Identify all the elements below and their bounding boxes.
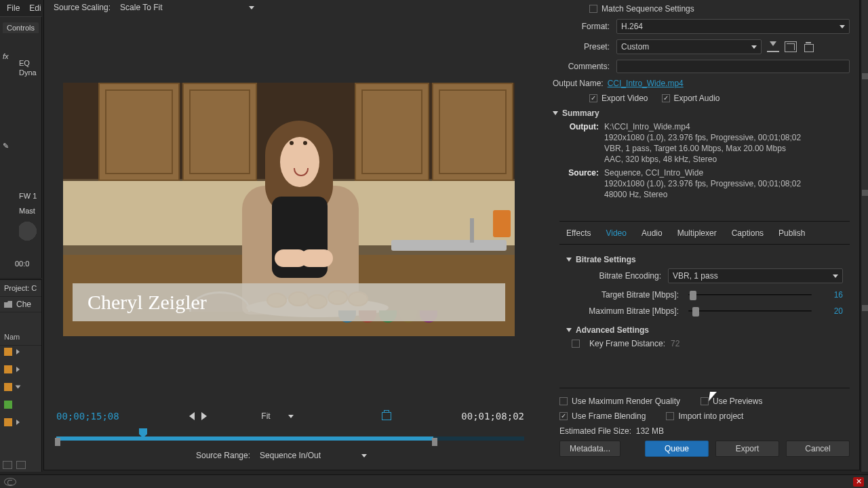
checkbox-match-sequence[interactable] xyxy=(589,5,597,13)
checkbox-export-audio[interactable] xyxy=(662,94,670,102)
panel-timecode: 00:0 xyxy=(15,260,29,268)
chevron-down-icon xyxy=(840,25,845,28)
crop-output-icon[interactable] xyxy=(382,412,391,420)
effect-dynamics[interactable]: Dyna xyxy=(19,68,37,77)
chevron-down-icon xyxy=(288,415,294,418)
menu-file[interactable]: File xyxy=(7,3,20,13)
checkbox-keyframe-distance[interactable] xyxy=(572,340,580,348)
source-range-dropdown[interactable]: Sequence In/Out xyxy=(256,450,371,461)
right-scrollbar[interactable] xyxy=(861,0,868,472)
project-panel: Project: C Che Nam xyxy=(0,279,42,472)
bin-row[interactable] xyxy=(0,399,41,411)
source-range-label: Source Range: xyxy=(196,451,250,460)
checkbox-use-previews[interactable] xyxy=(701,397,709,405)
format-dropdown[interactable]: H.264 xyxy=(616,19,850,34)
label-fw: FW 1 xyxy=(19,192,37,200)
lower-third: Cheryl Zeigler xyxy=(73,283,505,321)
column-name[interactable]: Nam xyxy=(0,329,41,346)
tab-effect-controls[interactable]: Controls xyxy=(3,22,39,33)
in-point-handle[interactable] xyxy=(55,438,60,446)
bin-row[interactable] xyxy=(0,346,41,358)
chevron-down-icon xyxy=(566,328,572,332)
tab-audio[interactable]: Audio xyxy=(639,222,665,245)
chevron-down-icon xyxy=(553,111,558,115)
target-bitrate-label: Target Bitrate [Mbps]: xyxy=(566,290,688,300)
video-settings-panel: Bitrate Settings Bitrate Encoding: VBR, … xyxy=(559,245,850,354)
creative-cloud-icon[interactable] xyxy=(4,478,16,486)
advanced-section-header[interactable]: Advanced Settings xyxy=(566,325,843,335)
target-bitrate-slider[interactable] xyxy=(688,294,812,296)
zoom-fit-dropdown[interactable]: Fit xyxy=(257,411,297,422)
preset-label: Preset: xyxy=(553,42,616,52)
project-panel-title: Project: C xyxy=(0,280,41,297)
format-label: Format: xyxy=(553,22,616,31)
cancel-button[interactable]: Cancel xyxy=(786,441,850,457)
export-options: Use Maximum Render Quality Use Previews … xyxy=(559,388,850,436)
bin-row[interactable] xyxy=(0,416,41,428)
timeline-scrubber[interactable] xyxy=(56,428,524,447)
dialog-buttons: Metadata... Queue Export Cancel xyxy=(559,441,850,457)
estimated-size-label: Estimated File Size: xyxy=(559,426,631,436)
project-search-input[interactable]: Che xyxy=(16,300,31,309)
effect-eq[interactable]: EQ xyxy=(19,59,30,67)
summary-block: Output:K:\CCI_Intro_Wide.mp4 1920x1080 (… xyxy=(564,122,850,199)
tab-video[interactable]: Video xyxy=(603,222,629,245)
export-button[interactable]: Export xyxy=(715,441,779,457)
close-icon[interactable]: ✕ xyxy=(853,477,864,487)
effect-controls-panel: Controls fx ✎ EQ Dyna FW 1 Mast 00:0 xyxy=(0,16,42,278)
label-master: Mast xyxy=(19,207,35,215)
chevron-down-icon xyxy=(249,6,254,9)
chevron-down-icon xyxy=(361,454,367,458)
comments-input[interactable] xyxy=(616,60,850,73)
preset-dropdown[interactable]: Custom xyxy=(616,39,762,54)
preview-monitor[interactable]: Cheryl Zeigler xyxy=(63,83,515,336)
comments-label: Comments: xyxy=(553,62,616,71)
bin-row[interactable] xyxy=(0,381,41,393)
metadata-button[interactable]: Metadata... xyxy=(559,441,620,457)
max-bitrate-slider[interactable] xyxy=(688,310,812,312)
bitrate-encoding-label: Bitrate Encoding: xyxy=(573,271,668,281)
timecode-current[interactable]: 00;00;15;08 xyxy=(56,411,119,422)
delete-preset-icon[interactable] xyxy=(802,41,814,52)
summary-section-header[interactable]: Summary xyxy=(553,108,850,118)
output-name-link[interactable]: CCI_Intro_Wide.mp4 xyxy=(608,79,684,88)
tab-publish[interactable]: Publish xyxy=(776,222,808,245)
export-settings-dialog: Source Scaling: Scale To Fit Cheryl Zeig… xyxy=(43,0,860,470)
out-point-handle[interactable] xyxy=(432,438,437,446)
target-bitrate-value[interactable]: 16 xyxy=(812,290,843,300)
fx-badge-icon: fx xyxy=(3,52,14,60)
label-match-sequence: Match Sequence Settings xyxy=(601,4,694,14)
tab-effects[interactable]: Effects xyxy=(564,222,593,245)
step-back-icon[interactable] xyxy=(189,412,195,420)
icon-view-icon[interactable] xyxy=(16,461,26,469)
bitrate-encoding-dropdown[interactable]: VBR, 1 pass xyxy=(668,268,843,283)
checkbox-frame-blending[interactable] xyxy=(559,412,568,420)
max-bitrate-value[interactable]: 20 xyxy=(812,306,843,316)
save-preset-icon[interactable] xyxy=(767,41,779,52)
queue-button[interactable]: Queue xyxy=(645,441,709,457)
chevron-down-icon xyxy=(566,258,572,262)
tab-captions[interactable]: Captions xyxy=(729,222,766,245)
status-bar: ✕ xyxy=(0,474,868,488)
estimated-size-value: 132 MB xyxy=(636,426,664,436)
bin-row[interactable] xyxy=(0,363,41,375)
timecode-duration: 00;01;08;02 xyxy=(461,411,524,422)
import-preset-icon[interactable] xyxy=(785,41,797,52)
keyframe-distance-value: 72 xyxy=(671,339,679,348)
step-forward-icon[interactable] xyxy=(201,412,207,420)
export-settings-panel: Match Sequence Settings Format: H.264 Pr… xyxy=(553,4,850,201)
menu-edit[interactable]: Edi xyxy=(29,3,41,13)
chevron-down-icon xyxy=(833,274,838,278)
source-scaling-dropdown[interactable]: Scale To Fit xyxy=(116,1,258,14)
output-name-label: Output Name: xyxy=(553,79,608,88)
max-bitrate-label: Maximum Bitrate [Mbps]: xyxy=(566,306,688,316)
bitrate-section-header[interactable]: Bitrate Settings xyxy=(566,255,843,264)
keyframe-distance-label: Key Frame Distance: xyxy=(589,339,665,348)
list-view-icon[interactable] xyxy=(3,461,12,469)
tab-multiplexer[interactable]: Multiplexer xyxy=(675,222,719,245)
folder-icon[interactable] xyxy=(4,301,12,308)
checkbox-max-render[interactable] xyxy=(559,397,568,405)
checkbox-import-project[interactable] xyxy=(666,412,674,420)
checkbox-export-video[interactable] xyxy=(589,94,597,102)
pen-icon[interactable]: ✎ xyxy=(3,142,14,150)
